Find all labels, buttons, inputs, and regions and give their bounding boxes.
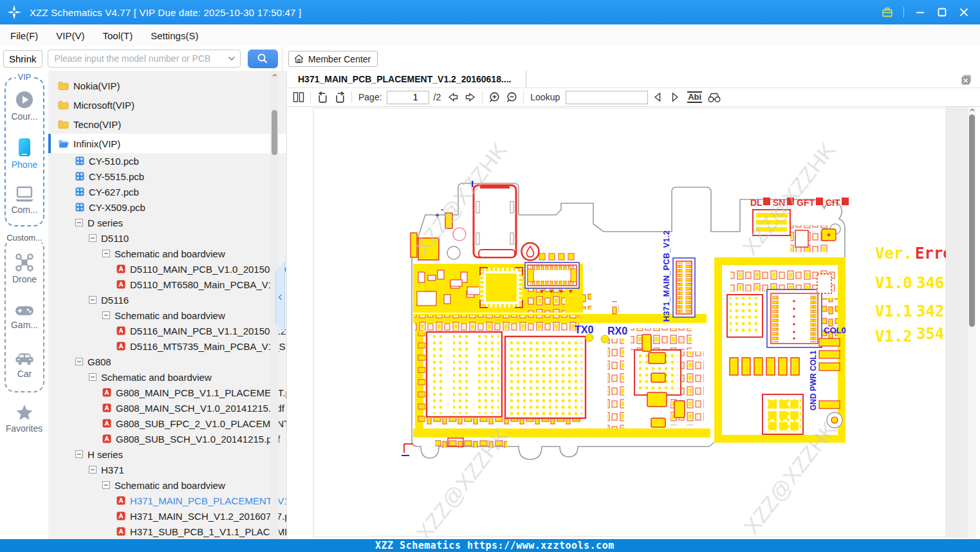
tree-item[interactable]: CY-5515.pcb: [48, 169, 286, 184]
binoculars-icon[interactable]: [707, 89, 722, 105]
maximize-button[interactable]: [932, 4, 952, 21]
col0-label: COL0: [824, 326, 846, 335]
zoom-out-icon[interactable]: [504, 89, 519, 105]
document-tab[interactable]: H371_MAIN_PCB_PLACEMENT_V1.2_20160618...…: [287, 71, 526, 87]
tree-item[interactable]: D series: [48, 215, 286, 230]
tree-item[interactable]: H series: [48, 446, 286, 462]
sidebar-item-drone[interactable]: Drone: [12, 253, 37, 284]
page-number-input[interactable]: [387, 91, 429, 104]
rotate-right-icon[interactable]: [332, 89, 347, 105]
tree-item[interactable]: Microsoft(VIP): [48, 95, 286, 115]
tree-item[interactable]: Schematic and boardview: [48, 246, 286, 261]
tree-scrollbar-thumb[interactable]: [272, 110, 277, 155]
tree-item-label: G808_MAIN_SCH_V1.0_20141215.pdf: [116, 403, 284, 414]
tree-item[interactable]: CY-X509.pcb: [48, 199, 286, 215]
pdf-icon: [102, 388, 111, 397]
tree-item[interactable]: G808: [48, 354, 286, 369]
shrink-button[interactable]: Shrink: [3, 50, 42, 68]
tree-item[interactable]: D5110_MAIN_PCB_V1.0_20150210: [48, 261, 286, 277]
tree-item-label: H371: [101, 465, 124, 475]
home-icon: [293, 53, 304, 64]
tree-item[interactable]: G808_SUB_FPC_2_V1.0_PLACEMENT.p: [48, 416, 286, 431]
chevron-down-icon[interactable]: [228, 56, 236, 61]
license-icon[interactable]: [878, 4, 897, 21]
tree-item[interactable]: Schematic and boardview: [48, 308, 286, 323]
tree-item-label: D5116_MT5735_Main_PCBA_V1_S: [130, 341, 286, 352]
tree-item-label: G808_SUB_FPC_2_V1.0_PLACEMENT.p: [116, 418, 286, 429]
menu-file[interactable]: File(F): [10, 30, 38, 41]
tree-item[interactable]: Infinix(VIP): [48, 134, 286, 153]
search-button[interactable]: [248, 50, 278, 68]
status-text: XZZ Schematics https://www.xzztools.com: [375, 540, 615, 551]
tree-item[interactable]: Schematic and boardview: [48, 369, 286, 385]
tree-item[interactable]: D5110: [48, 230, 286, 246]
tree-item-label: Infinix(VIP): [73, 138, 120, 149]
menu-tool[interactable]: Tool(T): [103, 30, 133, 41]
find-next-icon[interactable]: [667, 89, 683, 105]
tree-item[interactable]: G808_SUB_SCH_V1.0_20141215.pdf: [48, 431, 286, 446]
menu-settings[interactable]: Settings(S): [151, 30, 198, 41]
pdf-icon: [116, 496, 125, 505]
lookup-input[interactable]: [566, 91, 648, 104]
computer-icon: [14, 186, 35, 203]
viewer-scrollbar-thumb[interactable]: [969, 115, 975, 327]
member-center-button[interactable]: Member Center: [288, 51, 378, 67]
tree-item[interactable]: H371_MAIN_SCH_V1.2_20160707.p: [48, 508, 286, 524]
tree-item-label: G808_MAIN_PCB_V1.1_PLACEMENT.p: [116, 387, 286, 398]
tree-item[interactable]: CY-510.pcb: [48, 153, 286, 169]
sidebar-item-game[interactable]: Gam...: [11, 304, 38, 330]
logo-drop-mark: [522, 243, 539, 261]
tree-item[interactable]: D5116: [48, 292, 286, 308]
tree-item-label: Schematic and boardview: [115, 310, 225, 321]
tree-item-label: H371_MAIN_SCH_V1.2_20160707.p: [130, 511, 286, 522]
main-area: VIP Cour...: [0, 71, 980, 539]
tree-item-label: H371_SUB_PCB_1_V1.1_PLACEMEI: [130, 526, 286, 537]
gamepad-icon: [14, 304, 35, 318]
pcb-icon: [75, 187, 84, 196]
svg-text:CIT: CIT: [826, 198, 840, 208]
tree-item[interactable]: G808_MAIN_SCH_V1.0_20141215.pdf: [48, 400, 286, 416]
tree-item-label: H series: [88, 449, 123, 460]
tree-item[interactable]: G808_MAIN_PCB_V1.1_PLACEMENT.p: [48, 385, 286, 400]
pdf-icon: [116, 527, 125, 536]
sidebar-item-favorites[interactable]: Favorites: [0, 404, 48, 434]
tree-item[interactable]: D5116_MAIN_PCB_V1.1_20150212: [48, 323, 286, 338]
collapse-panel-handle[interactable]: [275, 261, 285, 333]
sidebar-item-computer[interactable]: Com...: [11, 186, 37, 215]
tree-item[interactable]: D5116_MT5735_Main_PCBA_V1_S: [48, 338, 286, 354]
tree-item-label: D5116: [101, 295, 129, 306]
folder-open-icon: [58, 139, 69, 148]
sidebar-item-phone[interactable]: Phone: [12, 137, 37, 170]
scroll-up-icon[interactable]: [272, 73, 277, 77]
svg-text:V1.2: V1.2: [875, 327, 912, 345]
find-previous-icon[interactable]: [650, 89, 665, 105]
tree-item[interactable]: Schematic and boardview: [48, 477, 286, 493]
zoom-in-icon[interactable]: [486, 89, 502, 105]
tree-item[interactable]: CY-627.pcb: [48, 184, 286, 199]
two-page-view-icon[interactable]: [291, 89, 306, 105]
sidebar-item-car[interactable]: Car: [14, 350, 35, 379]
tree-item[interactable]: H371: [48, 462, 286, 477]
rotate-left-icon[interactable]: [315, 89, 330, 105]
scroll-up-icon[interactable]: [970, 108, 975, 112]
viewer-scrollbar[interactable]: [968, 107, 976, 539]
close-button[interactable]: [954, 4, 974, 21]
close-tab-icon[interactable]: [961, 74, 972, 86]
tree-item-label: H371_MAIN_PCB_PLACEMENT_V1: [130, 495, 286, 506]
tree-item[interactable]: D5110_MT6580_Main_PCBA_V1_S: [48, 277, 286, 292]
tree-item[interactable]: H371_MAIN_PCB_PLACEMENT_V1: [48, 493, 286, 508]
minimize-button[interactable]: [911, 4, 930, 21]
tree-item[interactable]: Nokia(VIP): [48, 76, 286, 95]
pcb-board-view[interactable]: + - DL SN GFT CIT TX0 RX0 CO: [287, 107, 980, 539]
pcb-drawing: + - DL SN GFT CIT TX0 RX0 CO: [287, 107, 980, 538]
menu-vip[interactable]: VIP(V): [56, 30, 84, 41]
tree-item-label: CY-X509.pcb: [89, 202, 145, 213]
next-page-icon[interactable]: [463, 89, 478, 105]
sidebar-item-courses[interactable]: Cour...: [11, 90, 37, 122]
previous-page-icon[interactable]: [445, 89, 461, 105]
tree-item[interactable]: Tecno(VIP): [48, 115, 286, 134]
match-case-button[interactable]: Abi: [687, 91, 702, 103]
search-input[interactable]: [48, 50, 241, 68]
menu-bar: File(F) VIP(V) Tool(T) Settings(S): [0, 24, 980, 46]
tree-item[interactable]: H371_SUB_PCB_1_V1.1_PLACEMEI: [48, 524, 286, 539]
